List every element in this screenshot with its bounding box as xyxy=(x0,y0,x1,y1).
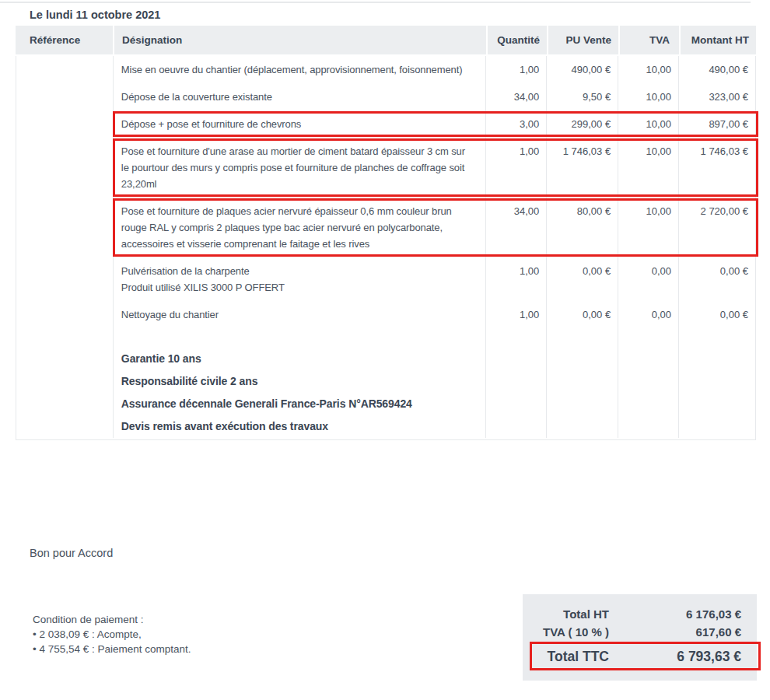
header-designation: Désignation xyxy=(113,26,486,54)
cell-quantity xyxy=(485,415,546,438)
note-text: Garantie 10 ans xyxy=(113,348,485,370)
cell-amount-ht xyxy=(678,370,755,393)
table-body: Mise en oeuvre du chantier (déplacement,… xyxy=(16,56,756,440)
table-row-highlighted: Pose et fourniture de plaques acier nerv… xyxy=(16,198,755,257)
cell-designation: Nettoyage du chantier xyxy=(113,301,485,328)
cell-reference xyxy=(16,370,113,393)
cell-unit-price xyxy=(546,348,618,370)
cell-quantity: 1,00 xyxy=(485,257,546,301)
cell-quantity xyxy=(485,393,546,415)
total-row: TVA ( 10 % )617,60 € xyxy=(523,623,757,641)
table-row: Nettoyage du chantier1,000,00 €0,000,00 … xyxy=(16,301,755,328)
cell-tva xyxy=(618,370,678,393)
cell-quantity: 34,00 xyxy=(485,83,546,110)
cell-tva xyxy=(618,393,678,415)
cell-reference xyxy=(16,138,113,198)
cell-unit-price: 299,00 € xyxy=(546,110,618,138)
header-quantity: Quantité xyxy=(486,26,547,54)
cell-unit-price: 80,00 € xyxy=(546,198,618,257)
document-date: Le lundi 11 octobre 2021 xyxy=(30,9,160,21)
cell-unit-price: 1 746,03 € xyxy=(546,138,618,198)
cell-tva: 0,00 xyxy=(618,257,678,301)
table-note-row: Responsabilité civile 2 ans xyxy=(16,370,755,393)
cell-designation: Pose et fourniture de plaques acier nerv… xyxy=(113,198,485,257)
cell-unit-price xyxy=(546,370,618,393)
cell-amount-ht xyxy=(678,348,755,370)
cell-tva: 10,00 xyxy=(618,138,678,198)
cell-reference xyxy=(16,348,113,370)
cell-quantity: 3,00 xyxy=(485,110,546,138)
header-unit-price: PU Vente xyxy=(547,26,618,54)
cell-reference xyxy=(16,301,113,328)
table-row-highlighted: Dépose + pose et fourniture de chevrons3… xyxy=(16,110,755,138)
cell-unit-price: 9,50 € xyxy=(546,83,618,110)
cell-designation: Pose et fourniture d'une arase au mortie… xyxy=(113,138,485,198)
note-text: Responsabilité civile 2 ans xyxy=(113,370,485,393)
cell-empty xyxy=(618,328,678,348)
table-row: Pulvérisation de la charpente Produit ut… xyxy=(16,257,755,301)
cell-amount-ht: 0,00 € xyxy=(678,301,755,328)
cell-designation: Dépose + pose et fourniture de chevrons xyxy=(113,110,485,138)
payment-title: Condition de paiement : xyxy=(33,612,191,627)
payment-item: • 2 038,09 € : Acompte, xyxy=(33,627,191,642)
cell-quantity xyxy=(485,370,546,393)
table-note-row: Assurance décennale Generali France-Pari… xyxy=(16,393,755,415)
cell-empty xyxy=(16,328,113,348)
cell-unit-price: 490,00 € xyxy=(546,56,618,83)
total-label: Total TTC xyxy=(523,649,609,665)
cell-amount-ht: 1 746,03 € xyxy=(678,138,755,198)
cell-designation: Pulvérisation de la charpente Produit ut… xyxy=(113,257,485,301)
cell-quantity: 1,00 xyxy=(485,138,546,198)
cell-tva xyxy=(618,348,678,370)
header-tva: TVA xyxy=(618,26,679,54)
cell-quantity: 34,00 xyxy=(485,198,546,257)
table-note-row: Devis remis avant exécution des travaux xyxy=(16,415,755,438)
table-header: Référence Désignation Quantité PU Vente … xyxy=(16,26,756,54)
cell-reference xyxy=(16,257,113,301)
cell-amount-ht: 897,00 € xyxy=(678,110,755,138)
cell-unit-price xyxy=(546,393,618,415)
quote-document: Le lundi 11 octobre 2021 Référence Désig… xyxy=(0,0,770,700)
total-value: 617,60 € xyxy=(609,625,757,639)
cell-reference xyxy=(16,198,113,257)
note-text: Devis remis avant exécution des travaux xyxy=(113,415,485,438)
payment-conditions: Condition de paiement : • 2 038,09 € : A… xyxy=(33,612,191,656)
items-table: Référence Désignation Quantité PU Vente … xyxy=(16,26,756,440)
cell-empty xyxy=(546,328,618,348)
totals-panel: Total HT6 176,03 €TVA ( 10 % )617,60 €To… xyxy=(523,594,757,681)
cell-unit-price: 0,00 € xyxy=(546,257,618,301)
total-label: Total HT xyxy=(523,607,609,621)
table-row: Mise en oeuvre du chantier (déplacement,… xyxy=(16,56,755,83)
table-row-spacer xyxy=(16,328,755,348)
total-label: TVA ( 10 % ) xyxy=(523,625,609,639)
cell-quantity: 1,00 xyxy=(485,56,546,83)
cell-tva: 10,00 xyxy=(618,83,678,110)
cell-amount-ht: 2 720,00 € xyxy=(678,198,755,257)
cell-quantity xyxy=(485,348,546,370)
cell-empty xyxy=(485,328,546,348)
cell-unit-price xyxy=(546,415,618,438)
cell-reference xyxy=(16,110,113,138)
cell-designation: Dépose de la couverture existante xyxy=(113,83,485,110)
header-reference: Référence xyxy=(16,26,113,54)
cell-reference xyxy=(16,56,113,83)
cell-amount-ht: 323,00 € xyxy=(678,83,755,110)
cell-amount-ht: 0,00 € xyxy=(678,257,755,301)
cell-empty xyxy=(113,328,486,348)
table-note-row: Garantie 10 ans xyxy=(16,348,755,370)
cell-quantity: 1,00 xyxy=(485,301,546,328)
table-row: Dépose de la couverture existante34,009,… xyxy=(16,83,755,110)
top-divider xyxy=(0,2,751,3)
cell-reference xyxy=(16,393,113,415)
cell-amount-ht xyxy=(678,415,755,438)
cell-reference xyxy=(16,415,113,438)
total-value: 6 176,03 € xyxy=(609,607,757,621)
cell-designation: Mise en oeuvre du chantier (déplacement,… xyxy=(113,56,485,83)
cell-tva: 10,00 xyxy=(618,110,678,138)
cell-unit-price: 0,00 € xyxy=(546,301,618,328)
cell-amount-ht xyxy=(678,393,755,415)
table-row-highlighted: Pose et fourniture d'une arase au mortie… xyxy=(16,138,755,198)
signature-label: Bon pour Accord xyxy=(30,547,113,559)
cell-amount-ht: 490,00 € xyxy=(678,56,755,83)
cell-tva xyxy=(618,415,678,438)
